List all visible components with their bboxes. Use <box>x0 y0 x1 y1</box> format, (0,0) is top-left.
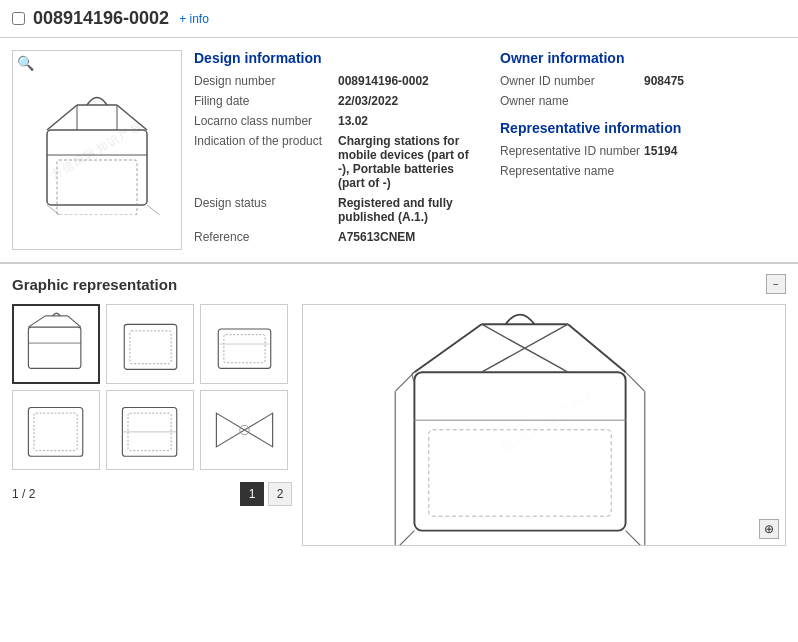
graphic-section: Graphic representation − <box>0 264 798 556</box>
design-status-row: Design status Registered and fully publi… <box>194 196 480 224</box>
svg-line-36 <box>626 372 645 391</box>
header-bar: 008914196-0002 + info <box>0 0 798 38</box>
svg-line-3 <box>117 105 147 130</box>
main-image-box: 方信国际知识产权 ⊕ <box>302 304 786 546</box>
graphic-title: Graphic representation <box>12 276 177 293</box>
thumbnail-1[interactable] <box>12 304 100 384</box>
svg-rect-16 <box>129 331 170 364</box>
graphic-header: Graphic representation − <box>12 274 786 294</box>
svg-line-13 <box>67 316 80 327</box>
owner-name-row: Owner name <box>500 94 786 108</box>
collapse-button[interactable]: − <box>766 274 786 294</box>
svg-rect-20 <box>28 408 82 457</box>
filing-date-label: Filing date <box>194 94 334 108</box>
thumb1-svg <box>19 310 94 378</box>
main-info-section: 🔍 方信国际知识产权 Design information <box>0 38 798 264</box>
thumb-row-1 <box>12 304 292 384</box>
rep-name-label: Representative name <box>500 164 640 178</box>
design-number-row: Design number 008914196-0002 <box>194 74 480 88</box>
svg-line-8 <box>147 205 167 215</box>
thumb4-svg <box>19 396 94 464</box>
info-columns: Design information Design number 0089141… <box>194 50 786 250</box>
design-status-value: Registered and fully published (A.1.) <box>338 196 480 224</box>
locarno-label: Locarno class number <box>194 114 334 128</box>
svg-rect-40 <box>429 430 611 516</box>
svg-rect-9 <box>57 160 137 215</box>
svg-rect-10 <box>28 327 81 368</box>
thumb6-svg <box>207 396 282 464</box>
thumb3-svg <box>207 310 282 378</box>
owner-id-label: Owner ID number <box>500 74 640 88</box>
info-link[interactable]: + info <box>179 12 209 26</box>
thumb-navigation: 1 / 2 1 2 <box>12 482 292 506</box>
svg-line-7 <box>47 205 72 215</box>
owner-name-label: Owner name <box>500 94 640 108</box>
main-thumbnail[interactable]: 🔍 方信国际知识产权 <box>12 50 182 250</box>
thumbnail-3[interactable] <box>200 304 288 384</box>
owner-section-title: Owner information <box>500 50 786 66</box>
record-checkbox[interactable] <box>12 12 25 25</box>
page-1-button[interactable]: 1 <box>240 482 264 506</box>
zoom-button[interactable]: ⊕ <box>759 519 779 539</box>
indication-row: Indication of the product Charging stati… <box>194 134 480 190</box>
svg-rect-21 <box>34 413 77 451</box>
design-status-label: Design status <box>194 196 334 224</box>
design-info-panel: Design information Design number 0089141… <box>194 50 480 250</box>
record-title: 008914196-0002 <box>33 8 169 29</box>
rep-id-row: Representative ID number 15194 <box>500 144 786 158</box>
reference-row: Reference A75613CNEM <box>194 230 480 244</box>
thumb2-svg <box>113 310 188 378</box>
design-number-label: Design number <box>194 74 334 88</box>
thumb-row-2 <box>12 390 292 470</box>
rep-id-value: 15194 <box>644 144 677 158</box>
graphic-content: 1 / 2 1 2 <box>12 304 786 546</box>
thumbnail-2[interactable] <box>106 304 194 384</box>
svg-line-2 <box>47 105 77 130</box>
svg-rect-0 <box>47 130 147 205</box>
main-product-svg <box>374 305 714 545</box>
design-number-value: 008914196-0002 <box>338 74 429 88</box>
thumbnail-4[interactable] <box>12 390 100 470</box>
owner-rep-panel: Owner information Owner ID number 908475… <box>500 50 786 250</box>
magnify-icon[interactable]: 🔍 <box>17 55 34 71</box>
svg-line-37 <box>626 531 645 545</box>
filing-date-row: Filing date 22/03/2022 <box>194 94 480 108</box>
locarno-value: 13.02 <box>338 114 368 128</box>
rep-id-label: Representative ID number <box>500 144 640 158</box>
svg-rect-18 <box>223 335 264 363</box>
locarno-row: Locarno class number 13.02 <box>194 114 480 128</box>
svg-line-28 <box>568 324 626 372</box>
reference-value: A75613CNEM <box>338 230 415 244</box>
thumbnail-grid: 1 / 2 1 2 <box>12 304 292 546</box>
thumb5-svg <box>113 396 188 464</box>
svg-rect-26 <box>414 372 625 530</box>
page-2-button[interactable]: 2 <box>268 482 292 506</box>
reference-label: Reference <box>194 230 334 244</box>
rep-section-title: Representative information <box>500 120 786 136</box>
indication-value: Charging stations for mobile devices (pa… <box>338 134 480 190</box>
svg-line-33 <box>395 372 414 391</box>
filing-date-value: 22/03/2022 <box>338 94 398 108</box>
svg-line-34 <box>395 531 414 545</box>
thumbnail-5[interactable] <box>106 390 194 470</box>
indication-label: Indication of the product <box>194 134 334 190</box>
rep-name-row: Representative name <box>500 164 786 178</box>
thumbnail-6[interactable] <box>200 390 288 470</box>
svg-line-12 <box>28 316 45 327</box>
design-section-title: Design information <box>194 50 480 66</box>
owner-id-value: 908475 <box>644 74 684 88</box>
page-count: 1 / 2 <box>12 487 35 501</box>
svg-line-27 <box>414 324 481 372</box>
owner-id-row: Owner ID number 908475 <box>500 74 786 88</box>
product-svg <box>27 85 167 215</box>
